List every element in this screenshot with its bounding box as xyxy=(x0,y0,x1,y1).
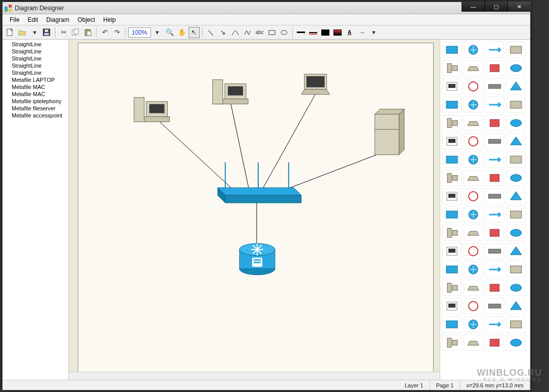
list-item[interactable]: Metafile LAPTOP xyxy=(3,76,68,83)
palette-item[interactable] xyxy=(442,60,462,76)
palette-item[interactable] xyxy=(464,97,483,113)
minimize-button[interactable]: — xyxy=(462,2,484,12)
diagram-canvas[interactable] xyxy=(78,43,434,378)
palette-item[interactable] xyxy=(442,152,462,168)
fill-color2-icon[interactable] xyxy=(332,27,343,38)
line-tool-icon[interactable]: ＼ xyxy=(205,27,217,38)
rect-tool-icon[interactable] xyxy=(266,27,278,38)
palette-item[interactable] xyxy=(464,206,483,223)
maximize-button[interactable]: ▢ xyxy=(484,2,507,12)
palette-item[interactable] xyxy=(506,115,526,131)
paste-button[interactable] xyxy=(82,27,94,38)
line-style-icon[interactable] xyxy=(308,27,319,38)
cut-button[interactable]: ✂ xyxy=(58,27,69,38)
palette-item[interactable] xyxy=(506,316,526,333)
palette-item[interactable] xyxy=(506,298,526,314)
palette-item[interactable] xyxy=(485,206,504,223)
undo-button[interactable]: ↶ xyxy=(99,27,110,38)
polyline-tool-icon[interactable] xyxy=(242,27,253,38)
open-button[interactable] xyxy=(17,27,28,38)
palette-item[interactable] xyxy=(506,243,526,259)
palette-item[interactable] xyxy=(464,133,483,149)
canvas-area[interactable] xyxy=(69,40,440,380)
palette-item[interactable] xyxy=(485,280,504,296)
menu-diagram[interactable]: Diagram xyxy=(42,15,73,24)
text-tool-icon[interactable]: abc xyxy=(254,27,265,38)
list-item[interactable]: StraightLine xyxy=(3,55,68,62)
palette-item[interactable] xyxy=(485,298,504,314)
palette-item[interactable] xyxy=(485,42,504,58)
list-item[interactable]: Metafile fileserver xyxy=(3,105,68,112)
palette-item[interactable] xyxy=(442,206,462,223)
horizontal-scrollbar[interactable] xyxy=(69,372,440,380)
menu-object[interactable]: Object xyxy=(73,15,99,24)
open-dropdown-icon[interactable]: ▾ xyxy=(29,27,40,38)
close-button[interactable]: ✕ xyxy=(507,2,530,12)
palette-item[interactable] xyxy=(442,115,462,131)
palette-item[interactable] xyxy=(485,60,504,76)
palette-item[interactable] xyxy=(442,243,462,259)
palette-item[interactable] xyxy=(442,261,462,278)
palette-item[interactable] xyxy=(442,298,462,314)
menu-file[interactable]: File xyxy=(6,15,23,24)
menu-help[interactable]: Help xyxy=(99,15,120,24)
palette-item[interactable] xyxy=(464,261,483,278)
palette-item[interactable] xyxy=(442,133,462,149)
list-item[interactable]: Metafile accesspoint xyxy=(3,112,68,119)
shape-palette[interactable] xyxy=(440,40,530,380)
copy-button[interactable] xyxy=(70,27,81,38)
curve-tool-icon[interactable] xyxy=(230,27,241,38)
palette-item[interactable] xyxy=(506,42,526,58)
arrow-tool-icon[interactable]: ↘ xyxy=(218,27,229,38)
redo-button[interactable]: ↷ xyxy=(111,27,123,38)
palette-item[interactable] xyxy=(506,133,526,149)
save-button[interactable] xyxy=(41,27,52,38)
palette-item[interactable] xyxy=(442,78,462,95)
palette-item[interactable] xyxy=(485,225,504,241)
palette-item[interactable] xyxy=(506,280,526,296)
zoom-dropdown-icon[interactable]: ▾ xyxy=(152,27,163,38)
object-list[interactable]: StraightLine StraightLine StraightLine S… xyxy=(3,40,69,380)
palette-item[interactable] xyxy=(442,97,462,113)
palette-item[interactable] xyxy=(442,335,462,351)
palette-item[interactable] xyxy=(464,316,483,333)
palette-item[interactable] xyxy=(442,188,462,204)
new-button[interactable] xyxy=(5,27,16,38)
palette-item[interactable] xyxy=(506,261,526,278)
palette-item[interactable] xyxy=(506,225,526,241)
palette-item[interactable] xyxy=(506,335,526,351)
palette-item[interactable] xyxy=(485,115,504,131)
palette-item[interactable] xyxy=(485,97,504,113)
list-item[interactable]: StraightLine xyxy=(3,41,68,48)
arrow-dropdown-icon[interactable]: ▾ xyxy=(369,27,380,38)
palette-item[interactable] xyxy=(485,152,504,168)
list-item[interactable]: StraightLine xyxy=(3,48,68,55)
palette-item[interactable] xyxy=(442,170,462,186)
palette-item[interactable] xyxy=(464,42,483,58)
menu-edit[interactable]: Edit xyxy=(23,15,42,24)
palette-item[interactable] xyxy=(506,206,526,223)
text-color-icon[interactable]: A xyxy=(344,27,355,38)
palette-item[interactable] xyxy=(485,78,504,95)
palette-item[interactable] xyxy=(506,60,526,76)
fill-color-icon[interactable] xyxy=(320,27,331,38)
list-item[interactable]: Metafile MAC xyxy=(3,91,68,98)
palette-item[interactable] xyxy=(464,60,483,76)
palette-item[interactable] xyxy=(485,188,504,204)
palette-item[interactable] xyxy=(464,298,483,314)
palette-item[interactable] xyxy=(506,170,526,186)
palette-item[interactable] xyxy=(464,115,483,131)
palette-item[interactable] xyxy=(485,335,504,351)
palette-item[interactable] xyxy=(506,97,526,113)
palette-item[interactable] xyxy=(464,280,483,296)
palette-item[interactable] xyxy=(442,316,462,333)
palette-item[interactable] xyxy=(464,78,483,95)
palette-item[interactable] xyxy=(464,170,483,186)
list-item[interactable]: Metafile MAC xyxy=(3,83,68,91)
palette-item[interactable] xyxy=(485,316,504,333)
palette-item[interactable] xyxy=(485,170,504,186)
arrow-style-icon[interactable]: → xyxy=(356,27,368,38)
palette-item[interactable] xyxy=(464,152,483,168)
list-item[interactable]: Metafile iptelephony xyxy=(3,98,68,105)
palette-item[interactable] xyxy=(485,243,504,259)
